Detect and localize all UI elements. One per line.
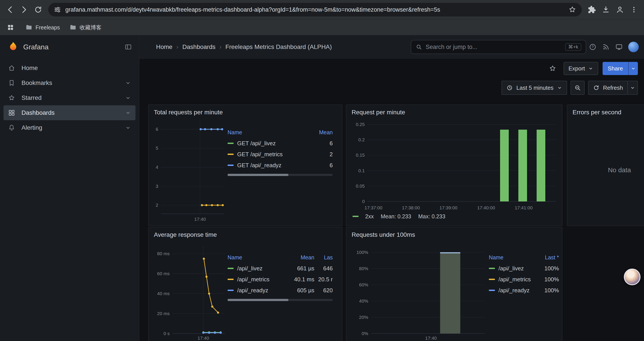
legend-header[interactable]: Name [489, 254, 545, 261]
extensions-button[interactable] [585, 3, 598, 16]
legend-series-name[interactable]: GET /api/_livez [228, 140, 330, 147]
chevron-down-icon [557, 85, 562, 90]
download-icon [602, 5, 610, 14]
sidebar-item-alerting[interactable]: Alerting [4, 120, 136, 135]
address-bar[interactable] [48, 3, 582, 17]
sidebar-item-dashboards[interactable]: Dashboards [4, 105, 136, 120]
profile-button[interactable] [613, 3, 626, 16]
breadcrumb-dashboards[interactable]: Dashboards [182, 44, 216, 51]
sidebar-item-bookmarks[interactable]: Bookmarks [4, 76, 136, 90]
share-menu-button[interactable] [628, 62, 638, 75]
forward-button[interactable] [18, 3, 31, 16]
average-response-time-chart[interactable]: 0 s20 ms40 ms60 ms80 ms17:40 [153, 243, 227, 341]
legend-table: NameMeanGET /api/_livez6GET /api/_metric… [228, 127, 333, 176]
legend-value: 646 [314, 265, 333, 272]
chevron-down-icon[interactable] [125, 110, 131, 116]
floating-avatar[interactable] [624, 269, 640, 285]
reload-icon [34, 5, 42, 14]
site-info-icon[interactable] [54, 6, 62, 14]
svg-text:80%: 80% [359, 266, 368, 271]
panel-title[interactable]: Average response time [154, 231, 217, 238]
time-controls: Last 5 minutes Refresh [140, 81, 644, 95]
svg-text:17:40:00: 17:40:00 [477, 205, 495, 210]
export-button[interactable]: Export [564, 62, 598, 75]
svg-text:0 s: 0 s [164, 331, 170, 336]
folder-icon [26, 24, 32, 31]
legend-series-name[interactable]: /api/_metrics [228, 276, 290, 283]
svg-text:0.25: 0.25 [356, 122, 365, 127]
back-button[interactable] [4, 3, 17, 16]
legend-series-name[interactable]: /api/_readyz [489, 287, 544, 294]
share-label: Share [608, 65, 623, 72]
time-range-label: Last 5 minutes [516, 85, 554, 91]
legend-header[interactable]: Name [228, 254, 290, 261]
legend-series-name[interactable]: GET /api/_readyz [228, 162, 330, 169]
legend-header[interactable]: Las [314, 254, 333, 261]
breadcrumb-separator: › [220, 44, 222, 51]
legend-series-name[interactable]: /api/_metrics [489, 276, 544, 283]
url-input[interactable] [65, 6, 564, 13]
svg-text:17:39:00: 17:39:00 [440, 205, 458, 210]
panel-title[interactable]: Total requests per minute [154, 109, 223, 116]
legend-series-name[interactable]: /api/_livez [489, 265, 544, 272]
legend-series-name[interactable]: GET /api/_metrics [228, 151, 330, 158]
share-button[interactable]: Share [602, 62, 628, 75]
panel-request-per-minute: Request per minute 00.050.10.150.20.2517… [346, 104, 562, 226]
bookmark-folder-blogs[interactable]: 收藏博客 [70, 24, 102, 31]
chevron-down-icon[interactable] [125, 80, 131, 86]
legend-row: GET /api/_readyz6 [228, 160, 333, 171]
bookmark-star-icon[interactable] [568, 6, 576, 14]
arrow-right-icon [20, 5, 29, 14]
favorite-dashboard-button[interactable] [546, 62, 559, 75]
sidebar-item-home[interactable]: Home [4, 61, 136, 76]
user-avatar[interactable] [628, 42, 639, 52]
svg-text:3: 3 [156, 184, 158, 189]
time-range-picker[interactable]: Last 5 minutes [502, 81, 567, 95]
legend-item[interactable]: 2xx [352, 213, 374, 220]
panel-title[interactable]: Request per minute [352, 109, 405, 116]
search-input[interactable] [426, 44, 562, 51]
grafana-brand: Grafana [0, 35, 139, 59]
dock-menu-button[interactable] [124, 43, 132, 51]
downloads-button[interactable] [599, 3, 612, 16]
search-box[interactable]: ⌘+k [411, 40, 586, 54]
display-button[interactable] [612, 40, 626, 54]
requests-under-100ms-chart[interactable]: 0%20%40%60%80%100%17:40 [352, 243, 488, 341]
bookmarks-bar: Freeleaps 收藏博客 [0, 19, 644, 35]
legend-series-name[interactable]: /api/_livez [228, 265, 290, 272]
no-data-message: No data [567, 166, 644, 174]
legend-header[interactable]: Last * [545, 254, 559, 261]
news-button[interactable] [599, 40, 612, 54]
total-requests-chart[interactable]: 2345617:40 [153, 117, 227, 222]
legend-value: 620 [314, 287, 333, 294]
chevron-down-icon[interactable] [125, 125, 131, 131]
panel-title[interactable]: Requests under 100ms [352, 231, 415, 238]
dashboards-icon [8, 109, 15, 117]
apps-shortcut-button[interactable] [5, 22, 16, 33]
refresh-button[interactable]: Refresh [588, 81, 628, 95]
legend-header[interactable]: Mean [290, 254, 314, 261]
legend-header[interactable]: Mean [319, 129, 333, 136]
legend-value: 6 [330, 140, 333, 147]
legend-header[interactable]: Name [228, 129, 319, 136]
zoom-out-button[interactable] [570, 81, 584, 95]
help-button[interactable]: ? [586, 40, 599, 54]
sidebar-item-starred[interactable]: Starred [4, 90, 136, 105]
chevron-down-icon [631, 66, 636, 71]
svg-text:17:40: 17:40 [194, 217, 206, 222]
legend-series-name[interactable]: /api/_readyz [228, 287, 290, 294]
request-per-minute-chart[interactable]: 00.050.10.150.20.2517:37:0017:38:0017:39… [352, 118, 560, 211]
svg-text:17:41:00: 17:41:00 [515, 205, 533, 210]
panel-title[interactable]: Errors per second [572, 109, 622, 116]
browser-menu-button[interactable] [627, 3, 640, 16]
legend-scrollbar[interactable] [228, 174, 333, 176]
refresh-interval-button[interactable] [627, 81, 638, 95]
monitor-icon [615, 43, 623, 51]
breadcrumb-home[interactable]: Home [156, 44, 172, 51]
chevron-down-icon[interactable] [125, 95, 131, 101]
reload-button[interactable] [32, 3, 45, 16]
breadcrumb-separator: › [176, 44, 178, 51]
bookmark-folder-freeleaps[interactable]: Freeleaps [26, 24, 60, 31]
series-color-dash [228, 279, 234, 280]
legend-scrollbar[interactable] [228, 299, 333, 301]
